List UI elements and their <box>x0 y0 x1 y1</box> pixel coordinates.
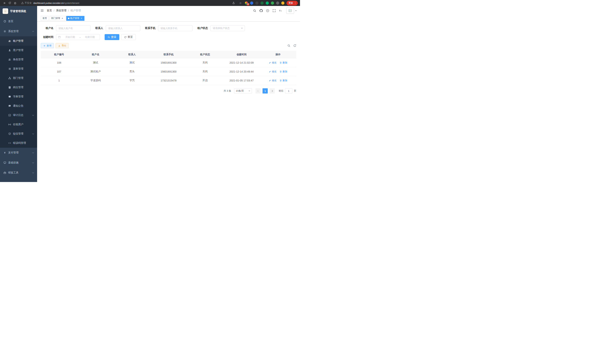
extension-icon[interactable] <box>261 1 264 5</box>
bookmark-star-icon[interactable]: ☆ <box>238 0 243 5</box>
user-menu[interactable] <box>286 7 297 14</box>
refresh-table-icon[interactable] <box>293 44 296 47</box>
reset-button-label: 重置 <box>128 36 133 39</box>
reset-button[interactable]: 重置 <box>121 34 136 40</box>
tab[interactable]: 租户管理 × <box>66 16 84 21</box>
sidebar-item[interactable]: 在线用户 <box>0 120 37 129</box>
extension-icon[interactable]: 10 <box>245 1 248 5</box>
sidebar-item[interactable]: 部门管理 <box>0 74 37 83</box>
browser-update-button[interactable]: 更新 ⋮ <box>286 1 298 5</box>
sidebar-item[interactable]: 系统管理 <box>0 26 37 36</box>
extension-icon[interactable] <box>250 1 253 5</box>
date-range-picker[interactable]: 开始日期 - 结束日期 <box>56 34 100 40</box>
search-button-label: 搜索 <box>111 36 116 39</box>
tab[interactable]: 部门管理 × <box>49 16 65 21</box>
hamburger-icon[interactable] <box>40 9 44 12</box>
fullscreen-icon[interactable] <box>272 9 276 12</box>
browser-menu-icon[interactable]: ⋮ <box>294 2 297 4</box>
sidebar-item[interactable]: 研发工具 <box>0 168 37 178</box>
extension-icon[interactable] <box>271 1 274 5</box>
tenant-name-input[interactable] <box>56 25 91 31</box>
search-icon[interactable] <box>253 9 256 12</box>
sidebar-item[interactable]: 通知公告 <box>0 101 37 111</box>
sidebar-item[interactable]: 基础设施 <box>0 158 37 168</box>
delete-link[interactable]: 删除 <box>280 61 287 64</box>
avatar[interactable] <box>286 7 294 14</box>
sidebar-item[interactable]: 用户管理 <box>0 46 37 55</box>
extension-icon[interactable] <box>255 1 258 5</box>
chevron-left-icon <box>258 90 259 92</box>
export-button[interactable]: 导出 <box>56 43 69 48</box>
page-number-button[interactable]: 1 <box>262 88 268 93</box>
breadcrumb-separator: / <box>68 9 69 12</box>
warning-icon <box>21 2 24 4</box>
sidebar-item[interactable]: 审计日志 <box>0 111 37 120</box>
download-icon <box>58 45 60 47</box>
toggle-search-icon[interactable] <box>287 44 290 47</box>
date-separator: - <box>80 36 80 38</box>
prev-page-button[interactable] <box>255 88 261 93</box>
extension-icon[interactable] <box>266 1 269 5</box>
phone-input[interactable] <box>158 25 193 31</box>
sidebar-item[interactable]: 首页 <box>0 16 37 26</box>
sidebar-item[interactable]: 岗位管理 <box>0 83 37 92</box>
status-select[interactable]: 请选择租户状态 <box>210 25 245 31</box>
sidebar-item[interactable]: 租户管理 <box>0 36 37 46</box>
home-icon[interactable] <box>13 0 18 5</box>
filter-phone: 联系手机 <box>145 25 193 31</box>
font-size-icon[interactable]: TT <box>279 9 282 12</box>
share-icon[interactable] <box>231 0 236 5</box>
active-dot <box>68 18 69 19</box>
breadcrumb-item[interactable]: 系统管理 <box>56 9 66 12</box>
search-button[interactable]: 搜索 <box>105 34 119 40</box>
column-header: 联系人 <box>114 53 150 56</box>
sidebar: 芋道管理系统 首页 系统管理 租户管理 <box>0 6 37 182</box>
cell-tenant-id: 107 <box>41 70 77 73</box>
sidebar-item[interactable]: 短信管理 <box>0 129 37 138</box>
security-indicator[interactable]: 不安全 <box>21 1 32 5</box>
edit-link[interactable]: 修改 <box>269 61 277 64</box>
sidebar-item[interactable]: 菜单管理 <box>0 64 37 74</box>
sidebar-item[interactable]: 错误码管理 <box>0 138 37 148</box>
close-icon[interactable]: × <box>61 17 64 20</box>
sidebar-item-label: 部门管理 <box>13 76 23 80</box>
cell-phone: 15601691300 <box>150 61 187 64</box>
add-button[interactable]: 新增 <box>41 43 54 48</box>
sidebar-item-icon <box>8 114 11 117</box>
page-size-select[interactable]: 10条/页 <box>234 88 252 93</box>
address-bar[interactable]: 不安全 dashboard.yudao.iocoder.cn/system/te… <box>21 1 229 5</box>
cell-status: 关闭 <box>187 70 223 73</box>
delete-link[interactable]: 删除 <box>280 79 287 82</box>
tab[interactable]: 首页 <box>41 16 49 21</box>
sidebar-item[interactable]: 字典管理 <box>0 92 37 101</box>
cell-tenant-name: 芋道源码 <box>77 79 114 82</box>
browser-toolbar: 不安全 dashboard.yudao.iocoder.cn/system/te… <box>0 0 300 6</box>
sidebar-item[interactable]: 角色管理 <box>0 55 37 64</box>
next-page-button[interactable] <box>270 88 275 93</box>
url-text: dashboard.yudao.iocoder.cn/system/tenant <box>33 2 79 4</box>
sidebar-item-icon <box>8 95 11 98</box>
calendar-icon <box>58 36 61 38</box>
broken-image-icon <box>288 9 292 12</box>
sidebar-item[interactable]: ¥ 支付管理 <box>0 148 37 158</box>
goto-page-input[interactable] <box>285 88 292 93</box>
sidebar-item-label: 岗位管理 <box>13 86 23 89</box>
breadcrumb-item[interactable]: 首页 <box>47 9 52 12</box>
edit-link[interactable]: 修改 <box>269 79 277 82</box>
contact-input[interactable] <box>106 25 140 31</box>
extension-icon[interactable] <box>281 1 284 5</box>
refresh-icon <box>124 36 127 38</box>
sidebar-item-label: 首页 <box>8 20 13 23</box>
extension-icon[interactable] <box>276 1 279 5</box>
reload-icon[interactable] <box>7 0 12 5</box>
delete-link[interactable]: 删除 <box>280 70 287 73</box>
tab-label: 首页 <box>42 17 47 20</box>
edit-link[interactable]: 修改 <box>269 70 277 73</box>
sidebar-item-label: 系统管理 <box>8 30 19 33</box>
breadcrumb-item-current: 租户管理 <box>71 9 81 12</box>
github-icon[interactable] <box>260 9 263 12</box>
close-icon[interactable]: × <box>80 17 83 20</box>
help-icon[interactable]: ? <box>266 9 269 12</box>
back-icon[interactable] <box>2 0 7 5</box>
column-header: 创建时间 <box>223 53 260 56</box>
